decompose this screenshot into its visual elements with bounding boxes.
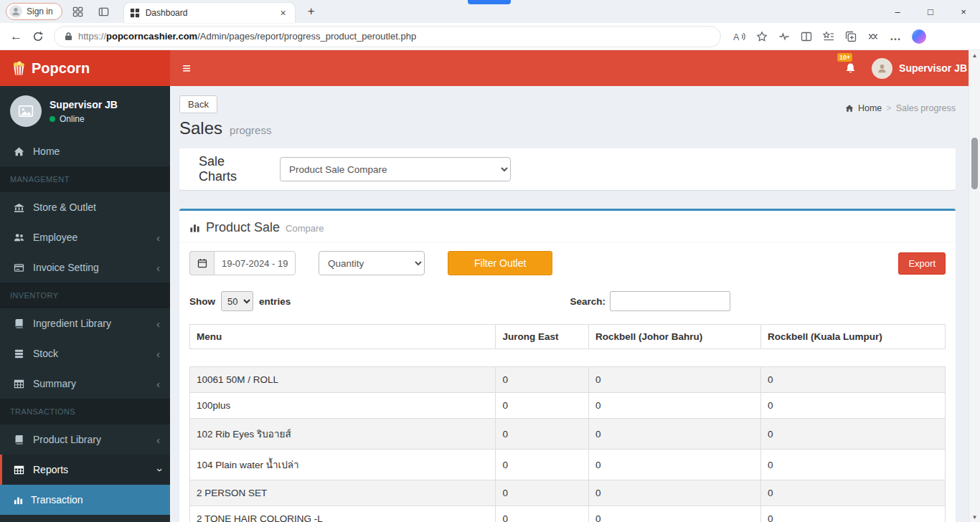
invoice-icon: [12, 262, 26, 273]
filter-outlet-button[interactable]: Filter Outlet: [448, 251, 552, 275]
browser-tab-dashboard[interactable]: Dashboard ×: [124, 3, 295, 23]
book-icon: [12, 318, 26, 329]
main-content: Back Sales progress Home > Sales progres…: [170, 86, 980, 522]
copilot-icon[interactable]: [912, 29, 926, 44]
cell-value: 0: [588, 367, 760, 393]
sale-chart-select[interactable]: Product Sale Compare: [280, 157, 511, 181]
breadcrumb-home-link[interactable]: Home: [858, 103, 882, 113]
report-subtitle: Compare: [286, 223, 324, 234]
address-bar-actions: A …: [732, 29, 926, 44]
notifications-button[interactable]: 10+: [834, 50, 866, 86]
column-header-jurong-east[interactable]: Jurong East: [496, 325, 589, 349]
sale-charts-label: Sale Charts: [199, 154, 260, 184]
chevron-down-icon: ‹: [153, 468, 164, 472]
sidebar-item-stock[interactable]: Stock ‹: [0, 338, 170, 369]
sidebar-item-summary[interactable]: Summary ‹: [0, 369, 170, 399]
calendar-icon[interactable]: [189, 251, 214, 275]
search-label: Search:: [570, 296, 606, 307]
cell-value: 0: [761, 367, 946, 393]
scrollbar-up-arrow[interactable]: ▲: [969, 50, 980, 60]
sidebar-item-reports[interactable]: Reports ‹: [0, 455, 170, 485]
refresh-icon[interactable]: [32, 31, 44, 42]
signin-button[interactable]: Sign in: [6, 3, 62, 20]
sidebar-item-store-outlet[interactable]: Store & Outlet: [0, 192, 170, 222]
workspaces-icon[interactable]: [68, 2, 88, 21]
secure-network-icon[interactable]: [867, 31, 879, 42]
cell-menu: 104 Plain water น้ำเปล่า: [190, 450, 496, 480]
cell-value: 0: [496, 450, 589, 480]
new-tab-button[interactable]: +: [302, 4, 321, 19]
tab-close-icon[interactable]: ×: [278, 7, 289, 19]
product-sale-card: Product Sale Compare Quantity Filter Out…: [179, 209, 956, 522]
measure-select[interactable]: Quantity: [319, 251, 425, 275]
sidebar-subitem-transaction[interactable]: Transaction: [0, 485, 170, 515]
date-range-input[interactable]: [214, 251, 296, 275]
scrollbar-down-arrow[interactable]: ▼: [969, 512, 980, 522]
chevron-left-icon: ‹: [156, 348, 160, 359]
scrollbar-thumb[interactable]: [971, 138, 978, 189]
table-row: 104 Plain water น้ำเปล่า 0 0 0: [190, 450, 946, 480]
read-aloud-icon[interactable]: A: [732, 31, 745, 42]
search-input[interactable]: [610, 291, 730, 311]
column-header-rockbell-jb[interactable]: Rockbell (Johor Bahru): [588, 325, 760, 349]
cell-menu: 100plus: [190, 393, 496, 419]
bar-chart-icon: [13, 495, 24, 506]
back-button[interactable]: Back: [179, 95, 217, 113]
cell-value: 0: [496, 419, 589, 450]
cell-value: 0: [496, 506, 589, 522]
tab-actions-icon[interactable]: [94, 2, 114, 21]
breadcrumb-separator: >: [886, 103, 891, 113]
sidebar-toggle-icon[interactable]: ≡: [170, 50, 203, 86]
settings-more-icon[interactable]: …: [890, 30, 901, 43]
cell-menu: 102 Rib Eyes ริบอายส์: [190, 419, 496, 450]
page-scrollbar[interactable]: ▲ ▼: [969, 50, 980, 522]
column-header-menu[interactable]: Menu: [190, 325, 496, 349]
app-logo[interactable]: Popcorn: [0, 50, 170, 86]
cell-value: 0: [588, 393, 760, 419]
split-screen-icon[interactable]: [801, 31, 812, 42]
close-button[interactable]: ×: [947, 0, 980, 23]
url-text: https://popcorncashier.com/Admin/pages/r…: [78, 31, 416, 42]
page-length-select[interactable]: 50: [221, 291, 253, 311]
export-button[interactable]: Export: [898, 252, 946, 275]
table-icon: [12, 379, 26, 389]
table-row: 2 TONE HAIR COLORING -L 0 0 0: [190, 506, 946, 522]
sidebar-item-employee[interactable]: Employee ‹: [0, 222, 170, 252]
column-header-rockbell-kl[interactable]: Rockbell (Kuala Lumpur): [761, 325, 946, 349]
chevron-left-icon: ‹: [156, 379, 160, 389]
browser-back-icon[interactable]: ←: [10, 29, 22, 44]
favorites-icon[interactable]: [823, 31, 834, 42]
collections-icon[interactable]: [845, 31, 857, 42]
sidebar-item-product-library[interactable]: Product Library ‹: [0, 424, 170, 455]
maximize-button[interactable]: □: [914, 0, 947, 23]
signin-label: Sign in: [27, 6, 53, 16]
tab-title: Dashboard: [146, 8, 272, 18]
url-field[interactable]: https://popcorncashier.com/Admin/pages/r…: [54, 26, 721, 47]
sidebar-avatar: [10, 95, 42, 127]
entries-label: entries: [259, 296, 291, 307]
sidebar-item-ingredient-library[interactable]: Ingredient Library ‹: [0, 308, 170, 338]
cell-value: 0: [761, 450, 946, 480]
cell-menu: 2 PERSON SET: [190, 480, 496, 506]
page-subtitle: progress: [230, 124, 271, 136]
sidebar-user-panel: Supervisor JB Online: [0, 86, 170, 136]
minimize-button[interactable]: –: [881, 0, 914, 23]
cell-value: 0: [588, 419, 760, 450]
sidebar-item-home[interactable]: Home: [0, 136, 170, 166]
online-status-icon: [50, 116, 55, 122]
browser-essentials-icon[interactable]: [778, 31, 790, 42]
table-header-row: Menu Jurong East Rockbell (Johor Bahru) …: [190, 325, 946, 349]
report-title: Product Sale: [206, 220, 280, 235]
report-card-header: Product Sale Compare: [179, 211, 956, 242]
cell-value: 0: [761, 506, 946, 522]
cell-value: 0: [588, 506, 760, 522]
sidebar-item-invoice-setting[interactable]: Invoice Setting ‹: [0, 252, 170, 283]
favorite-star-icon[interactable]: [756, 31, 768, 42]
popcorn-logo-icon: [11, 60, 27, 76]
site-info-lock-icon[interactable]: [65, 32, 72, 41]
table-row: 100plus 0 0 0: [190, 393, 946, 419]
cell-menu: 10061 50M / ROLL: [190, 367, 496, 393]
show-label: Show: [189, 296, 215, 307]
user-menu[interactable]: Supervisor JB: [866, 50, 980, 86]
brand-name: Popcorn: [32, 60, 90, 77]
